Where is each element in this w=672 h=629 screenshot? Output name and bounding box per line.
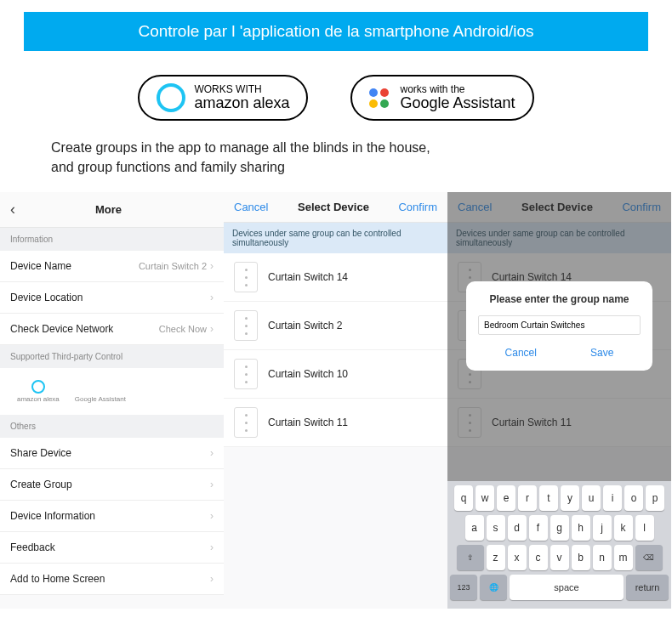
key-h[interactable]: h [572, 515, 590, 541]
key-z[interactable]: z [487, 545, 505, 570]
alexa-top: WORKS WITH [194, 84, 289, 95]
key-x[interactable]: x [508, 545, 527, 570]
device-item[interactable]: Curtain Switch 2 [224, 302, 447, 350]
key-a[interactable]: a [465, 515, 484, 541]
row-device-information[interactable]: Device Information› [0, 501, 224, 532]
device-item[interactable]: Curtain Switch 10 [224, 350, 447, 399]
third-alexa[interactable]: amazon alexa [17, 380, 60, 403]
numeric-key[interactable]: 123 [450, 575, 477, 600]
row-share-device[interactable]: Share Device› [0, 438, 224, 469]
key-b[interactable]: b [572, 545, 590, 570]
section-others: Others [0, 415, 224, 438]
row-value: Check Now [159, 324, 207, 334]
navbar: Cancel Select Device Confirm [224, 192, 447, 223]
key-q[interactable]: q [454, 485, 473, 511]
dialog-title: Please enter the group name [478, 293, 641, 305]
section-third-party: Supported Third-party Control [0, 345, 224, 368]
key-s[interactable]: s [487, 515, 505, 541]
key-w[interactable]: w [476, 485, 494, 511]
google-assistant-icon [369, 88, 391, 108]
space-key[interactable]: space [510, 575, 624, 600]
chevron-right-icon: › [210, 292, 214, 303]
third-party-row: amazon alexa Google Assistant [0, 368, 224, 415]
switch-icon [234, 262, 258, 292]
description-text: Create groups in the app to manage all t… [51, 138, 442, 177]
row-device-location[interactable]: Device Location › [0, 282, 224, 314]
navbar: ‹ More [0, 192, 224, 228]
alexa-badge: WORKS WITH amazon alexa [138, 75, 308, 121]
screens-container: ‹ More Information Device Name Curtain S… [0, 192, 672, 609]
key-f[interactable]: f [529, 515, 548, 541]
confirm-button[interactable]: Confirm [398, 201, 437, 213]
row-label: Device Name [10, 260, 71, 272]
row-value: Curtain Switch 2 [139, 261, 207, 271]
key-n[interactable]: n [593, 545, 612, 570]
banner-title: Controle par l 'application de la smartp… [24, 12, 648, 51]
row-create-group[interactable]: Create Group› [0, 469, 224, 501]
key-l[interactable]: l [635, 515, 654, 541]
chevron-right-icon: › [210, 573, 214, 585]
key-v[interactable]: v [550, 545, 569, 570]
chevron-right-icon: › [210, 447, 214, 459]
key-r[interactable]: r [518, 485, 537, 511]
alexa-icon [31, 380, 45, 394]
back-icon[interactable]: ‹ [10, 201, 15, 218]
globe-key[interactable]: 🌐 [480, 575, 507, 600]
key-c[interactable]: c [529, 545, 548, 570]
chevron-right-icon: › [210, 323, 214, 335]
section-information: Information [0, 228, 224, 251]
key-o[interactable]: o [624, 485, 643, 511]
page-title: Select Device [298, 201, 369, 213]
dialog-save-button[interactable]: Save [590, 347, 613, 359]
alexa-icon [157, 83, 185, 112]
key-i[interactable]: i [603, 485, 622, 511]
key-t[interactable]: t [539, 485, 558, 511]
chevron-right-icon: › [210, 541, 214, 553]
google-badge: works with the Google Assistant [350, 75, 533, 121]
row-device-name[interactable]: Device Name Curtain Switch 2› [0, 251, 224, 282]
switch-icon [234, 359, 258, 389]
google-top: works with the [400, 84, 515, 95]
chevron-right-icon: › [210, 260, 214, 272]
screen-more: ‹ More Information Device Name Curtain S… [0, 192, 224, 609]
key-j[interactable]: j [593, 515, 612, 541]
page-title: More [95, 203, 122, 216]
row-check-network[interactable]: Check Device Network Check Now› [0, 314, 224, 345]
screen-group-name: Cancel Select Device Confirm Devices und… [447, 192, 671, 609]
screen-select-device: Cancel Select Device Confirm Devices und… [224, 192, 447, 609]
return-key[interactable]: return [626, 575, 669, 600]
dialog-cancel-button[interactable]: Cancel [505, 347, 537, 359]
row-label: Check Device Network [10, 323, 113, 335]
device-item[interactable]: Curtain Switch 11 [224, 399, 447, 447]
key-k[interactable]: k [614, 515, 633, 541]
key-m[interactable]: m [614, 545, 633, 570]
device-item[interactable]: Curtain Switch 14 [224, 253, 447, 302]
key-g[interactable]: g [550, 515, 569, 541]
key-y[interactable]: y [561, 485, 579, 511]
badges-row: WORKS WITH amazon alexa works with the G… [0, 75, 672, 121]
info-band: Devices under same group can be controll… [224, 223, 447, 253]
google-assistant-icon [94, 384, 106, 394]
key-p[interactable]: p [646, 485, 664, 511]
alexa-bot: amazon alexa [194, 95, 289, 112]
shift-key[interactable]: ⇧ [457, 545, 484, 570]
cancel-button[interactable]: Cancel [234, 201, 268, 213]
row-add-home-screen[interactable]: Add to Home Screen› [0, 564, 224, 595]
third-google[interactable]: Google Assistant [75, 384, 126, 403]
row-label: Device Location [10, 292, 83, 303]
group-name-dialog: Please enter the group name Cancel Save [466, 281, 652, 371]
key-e[interactable]: e [497, 485, 515, 511]
switch-icon [234, 407, 258, 438]
key-d[interactable]: d [508, 515, 527, 541]
chevron-right-icon: › [210, 479, 214, 490]
switch-icon [234, 310, 258, 341]
group-name-input[interactable] [478, 315, 641, 335]
row-feedback[interactable]: Feedback› [0, 532, 224, 564]
keyboard: qwertyuiop asdfghjkl ⇧ zxcvbnm ⌫ 123 🌐 s… [447, 481, 671, 609]
key-u[interactable]: u [582, 485, 601, 511]
delete-key[interactable]: ⌫ [635, 545, 663, 570]
google-bot: Google Assistant [400, 95, 515, 112]
chevron-right-icon: › [210, 510, 214, 522]
